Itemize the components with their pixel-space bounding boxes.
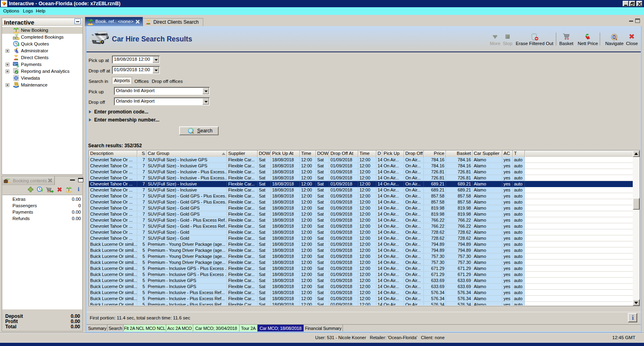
- svg-text:$: $: [17, 63, 19, 68]
